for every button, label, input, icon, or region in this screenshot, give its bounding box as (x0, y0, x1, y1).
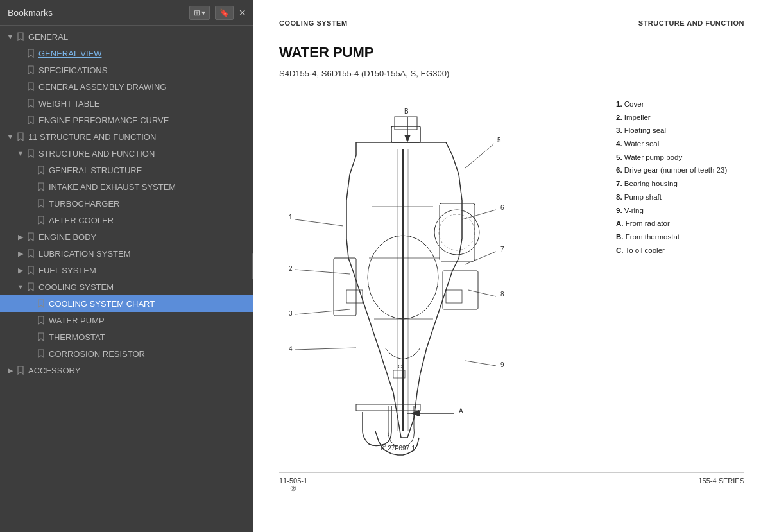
svg-text:7: 7 (501, 246, 504, 253)
bookmark-list: ▼GENERALGENERAL VIEWSPECIFICATIONSGENERA… (0, 26, 253, 532)
sidebar-item-cooling-system[interactable]: ▼COOLING SYSTEM (0, 279, 253, 295)
bookmark-icon (26, 149, 36, 158)
bookmark-icon (36, 299, 46, 308)
expand-arrow: ▼ (5, 133, 15, 141)
doc-body: B 5 1 6 7 2 8 (279, 91, 744, 459)
expand-arrow: ▶ (15, 266, 26, 275)
sidebar-item-specifications[interactable]: SPECIFICATIONS (0, 62, 253, 78)
close-button[interactable]: × (239, 7, 246, 19)
main-content: COOLING SYSTEM STRUCTURE AND FUNCTION WA… (253, 0, 770, 532)
svg-text:B: B (404, 108, 409, 115)
legend-item: C. To oil cooler (616, 244, 744, 257)
legend-item: 7. Bearing housing (616, 177, 744, 191)
sidebar-item-label: CORROSION RESISTOR (49, 349, 248, 359)
doc-footer: 11-505-1 ② 155-4 SERIES (279, 472, 744, 493)
bookmark-icon (36, 349, 46, 358)
bookmark-tool-button[interactable]: 🔖 (215, 6, 234, 20)
sidebar-item-label: AFTER COOLER (49, 216, 248, 225)
sidebar-item-general-struct[interactable]: GENERAL STRUCTURE (0, 162, 253, 178)
bookmark-icon (36, 332, 46, 341)
bookmark-icon (15, 366, 26, 375)
sidebar-item-general[interactable]: ▼GENERAL (0, 28, 253, 45)
bookmark-icon (26, 99, 36, 108)
bookmark-icon (36, 199, 46, 208)
sidebar-item-thermostat[interactable]: THERMOSTAT (0, 329, 253, 345)
sidebar-item-after-cooler[interactable]: AFTER COOLER (0, 212, 253, 228)
sidebar-item-water-pump[interactable]: WATER PUMP (0, 312, 253, 329)
sidebar-item-intake-exhaust[interactable]: INTAKE AND EXHAUST SYSTEM (0, 178, 253, 195)
sidebar-item-label: GENERAL VIEW (38, 49, 248, 58)
legend-item: 2. Impeller (616, 111, 744, 124)
sidebar-item-label: TURBOCHARGER (49, 199, 248, 209)
expand-arrow: ▶ (5, 366, 15, 375)
footer-left-text: 11-505-1 ② (279, 477, 307, 493)
legend-item: B. From thermostat (616, 230, 744, 244)
footer-series: 155-4 SERIES (698, 477, 744, 493)
bookmark-icon (26, 266, 36, 275)
sidebar-item-label: GENERAL (28, 32, 248, 42)
bookmark-icon (26, 65, 36, 74)
expand-arrow: ▼ (15, 150, 26, 157)
svg-text:4: 4 (289, 345, 293, 352)
sidebar-item-weight-table[interactable]: WEIGHT TABLE (0, 95, 253, 112)
sidebar-item-lubrication[interactable]: ▶LUBRICATION SYSTEM (0, 245, 253, 262)
legend-item: 6. Drive gear (number of teeth 23) (616, 164, 744, 177)
doc-header-left: COOLING SYSTEM (279, 19, 348, 27)
bookmark-icon (26, 82, 36, 91)
legend-item: A. From radiator (616, 217, 744, 230)
sidebar-item-general-view[interactable]: GENERAL VIEW (0, 45, 253, 62)
sidebar-item-fuel-system[interactable]: ▶FUEL SYSTEM (0, 262, 253, 279)
svg-text:3: 3 (289, 310, 293, 317)
sidebar-item-label: FUEL SYSTEM (38, 266, 248, 275)
bookmark-icon (26, 282, 36, 291)
bookmark-icon (15, 32, 26, 41)
sidebar-item-label: COOLING SYSTEM (38, 282, 248, 292)
bookmark-icon (26, 232, 36, 241)
doc-header: COOLING SYSTEM STRUCTURE AND FUNCTION (279, 19, 744, 31)
sidebar-item-label: INTAKE AND EXHAUST SYSTEM (49, 182, 248, 192)
bookmark-icon (36, 166, 46, 175)
expand-arrow: ▼ (5, 33, 15, 40)
sidebar-item-label: ENGINE BODY (38, 232, 248, 242)
legend-item: 5. Water pump body (616, 151, 744, 164)
sidebar-item-engine-perf[interactable]: ENGINE PERFORMANCE CURVE (0, 112, 253, 128)
sidebar-item-label: WEIGHT TABLE (38, 99, 248, 108)
svg-text:1: 1 (289, 214, 293, 221)
sidebar-item-accessory[interactable]: ▶ACCESSORY (0, 362, 253, 379)
sidebar-item-general-assembly[interactable]: GENERAL ASSEMBLY DRAWING (0, 78, 253, 95)
sidebar-item-engine-body[interactable]: ▶ENGINE BODY (0, 228, 253, 245)
grid-icon: ⊞ (194, 8, 200, 17)
sidebar-item-label: STRUCTURE AND FUNCTION (38, 149, 248, 159)
bookmark-icon (26, 116, 36, 124)
sidebar-item-label: ACCESSORY (28, 366, 248, 375)
sidebar-item-turbocharger[interactable]: TURBOCHARGER (0, 195, 253, 212)
sidebar-item-label: ENGINE PERFORMANCE CURVE (38, 116, 248, 125)
sidebar-item-cooling-chart[interactable]: COOLING SYSTEM CHART (0, 295, 253, 312)
svg-text:2: 2 (289, 265, 293, 272)
sidebar-item-struct-func[interactable]: ▼STRUCTURE AND FUNCTION (0, 145, 253, 162)
sidebar-item-corrosion-resistor[interactable]: CORROSION RESISTOR (0, 345, 253, 362)
doc-title: WATER PUMP (279, 44, 744, 61)
sidebar-collapse-button[interactable]: ◀ (252, 253, 253, 279)
bookmark-icon (26, 49, 36, 58)
bookmark-icon (36, 182, 46, 191)
dropdown-arrow: ▾ (201, 8, 205, 17)
expand-arrow: ▶ (15, 233, 26, 241)
bookmark-icon (36, 316, 46, 325)
expand-arrow: ▼ (15, 283, 26, 291)
sidebar-item-label: GENERAL STRUCTURE (49, 166, 248, 175)
bookmark-icon (36, 216, 46, 225)
sidebar-item-11-struct[interactable]: ▼11 STRUCTURE AND FUNCTION (0, 128, 253, 145)
legend-area: 1. Cover2. Impeller3. Floating seal4. Wa… (616, 91, 744, 459)
sidebar-item-label: COOLING SYSTEM CHART (49, 299, 248, 309)
grid-view-button[interactable]: ⊞ ▾ (189, 6, 210, 20)
sidebar-item-label: WATER PUMP (49, 316, 248, 325)
sidebar-item-label: GENERAL ASSEMBLY DRAWING (38, 82, 248, 92)
svg-text:5: 5 (497, 137, 501, 144)
svg-text:C: C (398, 363, 402, 370)
sidebar-title: Bookmarks (8, 8, 53, 18)
sidebar-item-label: SPECIFICATIONS (38, 65, 248, 75)
expand-arrow: ▶ (15, 250, 26, 258)
bookmark-tool-icon: 🔖 (219, 8, 229, 17)
diagram-area: B 5 1 6 7 2 8 (279, 91, 603, 459)
